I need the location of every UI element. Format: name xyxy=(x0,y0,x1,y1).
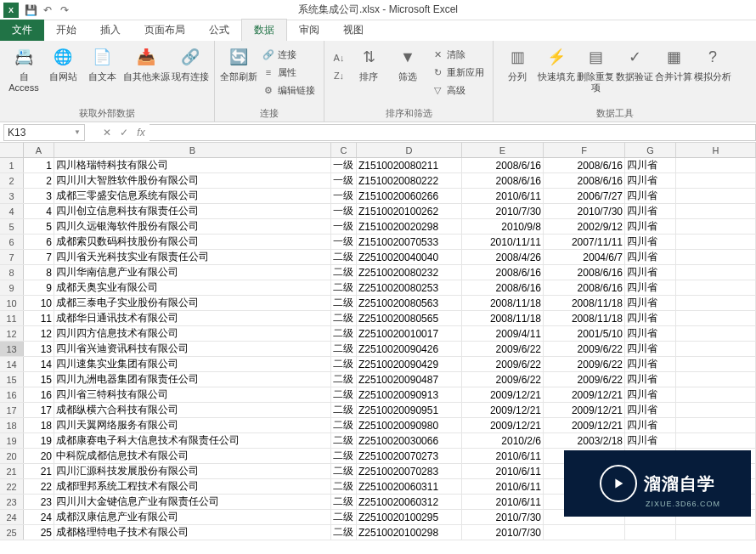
cell[interactable]: 二级 xyxy=(331,357,357,371)
sort-desc-button[interactable]: Z↓ xyxy=(330,67,348,84)
cell[interactable]: 2008/6/16 xyxy=(462,158,544,172)
cell[interactable]: Z1510020060266 xyxy=(357,189,462,203)
row-header[interactable]: 15 xyxy=(0,372,24,387)
edit-links-button[interactable]: ⚙编辑链接 xyxy=(259,82,319,99)
row-header[interactable]: 19 xyxy=(0,433,24,448)
cell[interactable]: 二级 xyxy=(331,433,357,448)
col-header-E[interactable]: E xyxy=(462,143,544,157)
cell[interactable]: Z2510020060312 xyxy=(357,495,462,509)
cell[interactable]: 21 xyxy=(24,464,54,478)
cell[interactable]: 四川省 xyxy=(625,280,676,295)
row-header[interactable]: 5 xyxy=(0,219,24,234)
row-header[interactable]: 3 xyxy=(0,189,24,203)
cell[interactable]: 四川省天光科技实业有限责任公司 xyxy=(54,250,331,264)
cell[interactable]: 2008/6/16 xyxy=(544,265,625,280)
cell[interactable]: 25 xyxy=(24,525,54,540)
cell[interactable]: Z2510020090429 xyxy=(357,357,462,371)
cell[interactable]: 2010/6/11 xyxy=(462,495,544,509)
cell[interactable]: 2009/6/22 xyxy=(462,372,544,387)
cell[interactable]: 四川省 xyxy=(625,204,676,218)
row-header[interactable]: 24 xyxy=(0,510,24,524)
cell[interactable]: 二级 xyxy=(331,464,357,478)
row-header[interactable]: 13 xyxy=(0,342,24,356)
cell[interactable]: Z2510020090951 xyxy=(357,403,462,417)
cell[interactable]: 四川省 xyxy=(625,250,676,264)
col-header-H[interactable]: H xyxy=(676,143,756,157)
cell[interactable]: 二级 xyxy=(331,449,357,463)
row-header[interactable]: 20 xyxy=(0,449,24,463)
cell[interactable]: 四川久远银海软件股份有限公司 xyxy=(54,219,331,234)
cell[interactable]: Z2510020080563 xyxy=(357,296,462,310)
cell[interactable]: 四川省 xyxy=(625,265,676,280)
cell[interactable]: 2008/6/16 xyxy=(462,173,544,188)
cell[interactable]: 2010/7/30 xyxy=(544,204,625,218)
cell[interactable]: 四川省 xyxy=(625,189,676,203)
cell[interactable]: 24 xyxy=(24,510,54,524)
cell[interactable]: 14 xyxy=(24,357,54,371)
cell[interactable]: 2002/9/12 xyxy=(544,219,625,234)
cell[interactable]: 一级 xyxy=(331,204,357,218)
cell[interactable]: Z2510020100295 xyxy=(357,510,462,524)
consolidate-button[interactable]: ▦合并计算 xyxy=(655,44,692,84)
row-header[interactable]: 10 xyxy=(0,296,24,310)
cell[interactable] xyxy=(676,403,756,417)
cell[interactable]: 一级 xyxy=(331,158,357,172)
cell[interactable]: 四川华南信息产业有限公司 xyxy=(54,265,331,280)
cell[interactable]: 20 xyxy=(24,449,54,463)
cell[interactable]: 二级 xyxy=(331,510,357,524)
cell[interactable]: 四川天翼网络服务有限公司 xyxy=(54,418,331,432)
cell[interactable]: Z2510020070273 xyxy=(357,449,462,463)
cell[interactable]: 5 xyxy=(24,219,54,234)
tab-formulas[interactable]: 公式 xyxy=(197,20,241,41)
cell[interactable]: 2009/6/22 xyxy=(544,357,625,371)
cell[interactable]: 二级 xyxy=(331,372,357,387)
cell[interactable]: 四川格瑞特科技有限公司 xyxy=(54,158,331,172)
cell[interactable]: Z2510020100298 xyxy=(357,525,462,540)
row-header[interactable]: 7 xyxy=(0,250,24,264)
cell[interactable]: Z1510020100262 xyxy=(357,204,462,218)
cell[interactable]: 四川速集实业集团有限公司 xyxy=(54,357,331,371)
from-web-button[interactable]: 🌐自网站 xyxy=(44,44,82,84)
cell[interactable]: 四川四方信息技术有限公司 xyxy=(54,326,331,341)
cell[interactable]: 四川汇源科技发展股份有限公司 xyxy=(54,464,331,478)
from-access-button[interactable]: 📇自 Access xyxy=(5,44,42,95)
row-header[interactable]: 23 xyxy=(0,495,24,509)
cell[interactable] xyxy=(676,525,756,540)
cell[interactable]: 2009/12/21 xyxy=(462,403,544,417)
row-header[interactable]: 17 xyxy=(0,403,24,417)
cell[interactable]: 四川省 xyxy=(625,235,676,249)
cell[interactable]: Z2510020060311 xyxy=(357,479,462,494)
fx-button[interactable]: fx xyxy=(133,127,150,138)
cell[interactable]: 2009/12/21 xyxy=(462,387,544,402)
cell[interactable]: 中科院成都信息技术有限公司 xyxy=(54,449,331,463)
cell[interactable] xyxy=(676,265,756,280)
enter-formula-button[interactable]: ✓ xyxy=(116,127,133,138)
sort-asc-button[interactable]: A↓ xyxy=(330,49,348,66)
cell[interactable]: Z2510020080232 xyxy=(357,265,462,280)
save-icon[interactable]: 💾 xyxy=(22,3,39,18)
cell[interactable]: Z1510020020298 xyxy=(357,219,462,234)
cell[interactable]: 二级 xyxy=(331,403,357,417)
cell[interactable]: Z2510020090980 xyxy=(357,418,462,432)
cell[interactable] xyxy=(676,173,756,188)
cell[interactable]: 2009/12/21 xyxy=(462,418,544,432)
cell[interactable]: 二级 xyxy=(331,418,357,432)
flash-fill-button[interactable]: ⚡快速填充 xyxy=(538,44,575,84)
cell[interactable]: 一级 xyxy=(331,235,357,249)
cell[interactable]: 18 xyxy=(24,418,54,432)
cell[interactable]: 2010/6/11 xyxy=(462,449,544,463)
text-to-col-button[interactable]: ▥分列 xyxy=(499,44,536,84)
cell[interactable]: 四川省 xyxy=(625,173,676,188)
sort-button[interactable]: ⇅排序 xyxy=(350,44,387,84)
existing-conn-button[interactable]: 🔗现有连接 xyxy=(172,44,209,84)
cell[interactable] xyxy=(676,357,756,371)
row-header[interactable]: 21 xyxy=(0,464,24,478)
cell[interactable]: 2010/6/11 xyxy=(462,464,544,478)
cell[interactable] xyxy=(544,525,625,540)
cell[interactable]: 二级 xyxy=(331,265,357,280)
reapply-button[interactable]: ↻重新应用 xyxy=(428,64,488,81)
cell[interactable]: 2009/6/22 xyxy=(462,342,544,356)
cell[interactable]: 4 xyxy=(24,204,54,218)
select-all-corner[interactable] xyxy=(0,143,24,157)
cell[interactable]: 10 xyxy=(24,296,54,310)
